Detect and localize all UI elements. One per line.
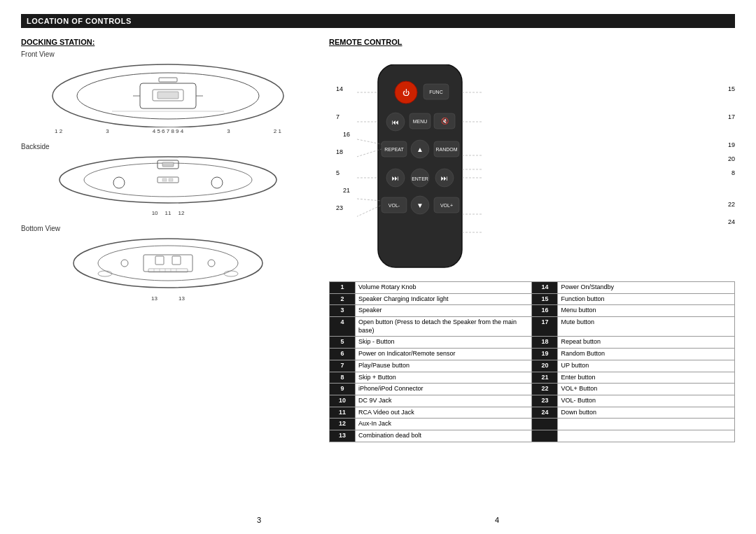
row-desc-left: Play/Pause button — [355, 360, 532, 372]
front-num-2: 2 1 — [274, 128, 281, 134]
table-row: 7 Play/Pause button 20 UP button — [330, 360, 735, 372]
row-desc-left: Volume Rotary Knob — [355, 282, 532, 294]
svg-point-21 — [121, 260, 128, 267]
label-8: 8 — [732, 169, 735, 176]
table-row: 13 Combination dead bolt — [330, 430, 735, 442]
svg-text:ENTER: ENTER — [412, 176, 428, 181]
back-num-12: 12 — [178, 210, 184, 216]
row-num-left: 6 — [330, 349, 356, 360]
row-desc-left: Combination dead bolt — [355, 430, 532, 442]
svg-rect-15 — [158, 177, 178, 183]
docking-station-section: DOCKING STATION: Front View — [21, 38, 315, 442]
svg-rect-7 — [159, 78, 177, 82]
row-desc-left: Skip + Button — [355, 372, 532, 384]
table-row: 4 Open button (Press to detach the Speak… — [330, 317, 735, 337]
svg-text:MENU: MENU — [413, 119, 428, 124]
label-16: 16 — [343, 131, 350, 138]
svg-point-18 — [74, 239, 262, 288]
remote-diagram-container: 14 7 16 18 5 21 23 15 17 19 20 8 22 24 — [329, 50, 735, 274]
row-num-left: 13 — [330, 430, 356, 442]
front-view-label: Front View — [21, 50, 315, 58]
row-desc-left: RCA Video out Jack — [355, 407, 532, 419]
svg-text:VOL+: VOL+ — [440, 203, 453, 208]
svg-text:▲: ▲ — [416, 146, 424, 153]
page-container: LOCATION OF CONTROLS DOCKING STATION: Fr… — [0, 0, 756, 534]
row-desc-left: Power on Indicator/Remote sensor — [355, 349, 532, 360]
svg-text:⏭: ⏭ — [392, 174, 399, 182]
front-num-3a: 3 — [106, 128, 108, 134]
row-num-right: 17 — [532, 317, 558, 337]
row-num-right: 21 — [532, 372, 558, 384]
backside-label: Backside — [21, 143, 315, 150]
svg-text:⏭: ⏭ — [441, 174, 448, 182]
table-row: 9 iPhone/iPod Connector 22 VOL+ Button — [330, 384, 735, 395]
row-desc-right: Down button — [558, 407, 735, 419]
svg-point-14 — [211, 177, 223, 188]
row-num-left: 8 — [330, 372, 356, 384]
row-num-right: 18 — [532, 337, 558, 349]
row-num-left: 7 — [330, 360, 356, 372]
back-num-11: 11 — [165, 210, 172, 216]
svg-rect-33 — [378, 64, 462, 267]
svg-rect-20 — [144, 255, 192, 272]
row-desc-right: Function button — [558, 293, 735, 305]
page-numbers: 3 4 — [0, 516, 756, 524]
row-num-left: 2 — [330, 293, 356, 305]
label-19: 19 — [728, 141, 735, 148]
row-num-left: 4 — [330, 317, 356, 337]
svg-text:VOL-: VOL- — [388, 203, 400, 208]
remote-svg: ⏻ FUNC ⏮ MENU 🔇 REPEAT ▲ — [357, 64, 483, 274]
table-row: 10 DC 9V Jack 23 VOL- Button — [330, 395, 735, 407]
row-num-left: 1 — [330, 282, 356, 294]
label-17: 17 — [728, 113, 735, 120]
svg-text:⏻: ⏻ — [402, 89, 410, 97]
row-desc-right — [558, 419, 735, 430]
label-18: 18 — [336, 148, 343, 155]
label-14: 14 — [336, 85, 343, 92]
bottom-view-label: Bottom View — [21, 225, 315, 232]
row-num-right: 16 — [532, 305, 558, 317]
svg-text:▼: ▼ — [416, 202, 424, 209]
backside-diagram: 10 11 12 — [21, 153, 315, 216]
table-row: 2 Speaker Charging Indicator light 15 Fu… — [330, 293, 735, 305]
row-num-right — [532, 419, 558, 430]
row-desc-right: VOL- Button — [558, 395, 735, 407]
row-num-left: 5 — [330, 337, 356, 349]
svg-rect-17 — [169, 178, 173, 181]
bottom-view-svg — [70, 235, 266, 293]
row-desc-left: Speaker — [355, 305, 532, 317]
svg-text:FUNC: FUNC — [429, 90, 442, 94]
row-num-right — [532, 430, 558, 442]
table-row: 5 Skip - Button 18 Repeat button — [330, 337, 735, 349]
svg-rect-12 — [162, 162, 174, 167]
svg-rect-16 — [162, 178, 167, 181]
row-num-left: 11 — [330, 407, 356, 419]
table-row: 3 Speaker 16 Menu button — [330, 305, 735, 317]
row-num-right: 19 — [532, 349, 558, 360]
svg-text:RANDOM: RANDOM — [435, 147, 457, 152]
row-num-right: 20 — [532, 360, 558, 372]
front-num-3b: 3 — [227, 128, 230, 134]
svg-text:🔇: 🔇 — [441, 117, 449, 125]
row-desc-left: iPhone/iPod Connector — [355, 384, 532, 395]
row-desc-right: Power On/Standby — [558, 282, 735, 294]
svg-point-13 — [113, 177, 125, 188]
svg-point-19 — [98, 246, 238, 281]
controls-table: 1 Volume Rotary Knob 14 Power On/Standby… — [329, 281, 735, 442]
row-num-left: 9 — [330, 384, 356, 395]
svg-point-31 — [98, 271, 112, 276]
row-desc-right: UP button — [558, 360, 735, 372]
header-title: LOCATION OF CONTROLS — [27, 17, 132, 25]
svg-point-22 — [208, 260, 215, 267]
table-row: 1 Volume Rotary Knob 14 Power On/Standby — [330, 282, 735, 294]
row-desc-right: Mute button — [558, 317, 735, 337]
svg-rect-4 — [158, 92, 178, 99]
svg-rect-30 — [172, 256, 181, 265]
svg-point-10 — [84, 163, 252, 197]
svg-point-32 — [224, 271, 238, 276]
row-desc-left: Speaker Charging Indicator light — [355, 293, 532, 305]
row-num-right: 23 — [532, 395, 558, 407]
remote-control-title: REMOTE CONTROL — [329, 38, 735, 46]
table-row: 12 Aux-In Jack — [330, 419, 735, 430]
table-row: 6 Power on Indicator/Remote sensor 19 Ra… — [330, 349, 735, 360]
